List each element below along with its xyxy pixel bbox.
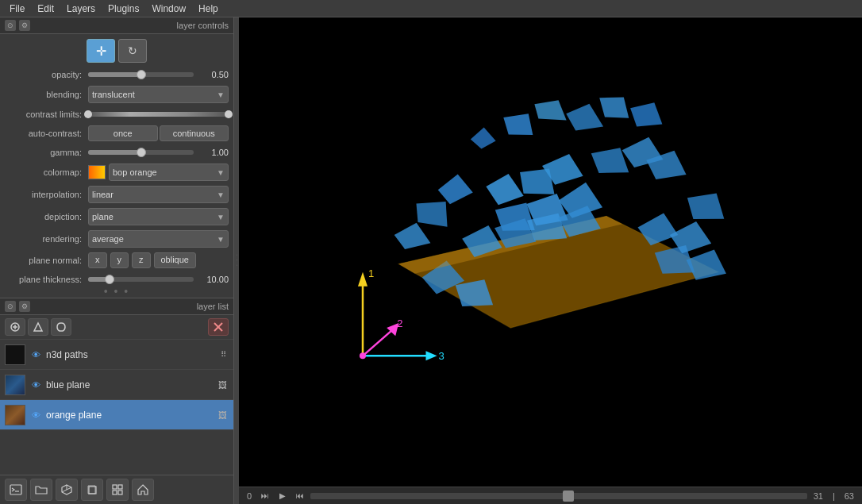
blending-dropdown[interactable]: translucent ▼ [88,86,229,103]
list-header-icons: ⊙ ⚙ [5,301,30,312]
plane-x-button[interactable]: x [88,252,107,268]
list-settings-icon[interactable]: ⚙ [19,301,30,312]
chevron-down-icon: ▼ [217,190,225,199]
rendering-label: rendering: [5,234,88,244]
layer-list-header: ⊙ ⚙ layer list [0,298,233,315]
auto-contrast-row: auto-contrast: once continuous [0,123,233,144]
plane-normal-group: x y z oblique [88,252,229,268]
colormap-preview [88,165,106,179]
layer-visibility-toggle[interactable]: 👁 [29,378,43,392]
contrast-right-thumb[interactable] [225,110,233,118]
layer-name: orange plane [46,410,216,421]
layer-name: n3d paths [46,349,217,360]
more-dots[interactable]: • • • [104,285,129,298]
layer-controls: ⊙ ⚙ layer controls ✛ ↻ opacity: 0.50 [0,17,233,298]
layer-name: blue plane [46,379,216,391]
playback-bar: 0 ⏭ ▶ ⏮ 31 | 63 [239,487,862,504]
svg-marker-16 [138,485,148,494]
layer-item[interactable]: 👁 blue plane 🖼 [0,370,233,400]
viewport[interactable]: 1 2 3 [239,17,862,487]
menu-edit[interactable]: Edit [31,2,60,16]
add-labels-button[interactable] [51,318,71,336]
transform-row: ✛ ↻ [0,34,233,66]
rendering-dropdown[interactable]: average ▼ [88,230,229,248]
colormap-dropdown[interactable]: bop orange ▼ [109,164,229,181]
layer-item[interactable]: 👁 orange plane 🖼 [0,400,233,430]
plane-thickness-label: plane thickness: [5,275,88,284]
skip-end-button[interactable]: ⏭ [258,489,272,503]
contrast-slider[interactable] [88,112,229,117]
interpolation-dropdown[interactable]: linear ▼ [88,186,229,203]
svg-rect-12 [113,485,117,489]
settings-icon[interactable]: ⚙ [19,20,30,31]
frame-start: 0 [244,491,255,501]
continuous-button[interactable]: continuous [160,125,229,141]
list-collapse-icon[interactable]: ⊙ [5,301,16,312]
add-points-button[interactable] [5,318,25,336]
grid-button[interactable] [106,479,129,501]
svg-text:1: 1 [368,267,374,279]
plane-oblique-button[interactable]: oblique [154,252,196,268]
opacity-slider[interactable] [88,72,194,77]
terminal-button[interactable] [5,479,27,501]
collapse-icon[interactable]: ⊙ [5,20,16,31]
plane-normal-label: plane normal: [5,256,88,265]
menu-layers[interactable]: Layers [60,2,102,16]
main-layout: ⊙ ⚙ layer controls ✛ ↻ opacity: 0.50 [0,17,862,504]
menu-window[interactable]: Window [145,2,192,16]
menu-help[interactable]: Help [192,2,225,16]
play-button[interactable]: ▶ [275,489,290,503]
depiction-row: depiction: plane ▼ [0,206,233,228]
interpolation-label: interpolation: [5,190,88,199]
frame-separator: | [829,491,838,501]
gamma-row: gamma: 1.00 [0,144,233,161]
svg-text:2: 2 [397,317,402,329]
progress-thumb[interactable] [563,491,574,502]
layer-visibility-toggle[interactable]: 👁 [29,348,43,362]
layer-visibility-toggle[interactable]: 👁 [29,408,43,422]
svg-line-9 [62,490,67,492]
contrast-label: contrast limits: [5,110,88,119]
colormap-row: colormap: bop orange ▼ [0,161,233,183]
chevron-down-icon: ▼ [217,213,225,221]
gamma-label: gamma: [5,148,88,157]
frame-total: 63 [841,491,857,501]
skip-start-button[interactable]: ⏮ [293,489,307,503]
left-panel: ⊙ ⚙ layer controls ✛ ↻ opacity: 0.50 [0,17,234,504]
cube-button[interactable] [81,479,103,501]
progress-bar[interactable] [310,493,807,499]
layer-controls-header: ⊙ ⚙ layer controls [0,17,233,34]
plane-normal-row: plane normal: x y z oblique [0,250,233,271]
blending-row: blending: translucent ▼ [0,83,233,106]
3d-cube-button[interactable] [56,479,78,501]
layer-list-section: ⊙ ⚙ layer list [0,298,233,475]
svg-rect-14 [113,491,117,494]
chevron-down-icon: ▼ [217,90,225,99]
depiction-dropdown[interactable]: plane ▼ [88,208,229,225]
plane-y-button[interactable]: y [110,252,129,268]
auto-contrast-group: once continuous [88,125,229,141]
svg-marker-3 [34,323,42,331]
once-button[interactable]: once [88,125,158,141]
rotate-button[interactable]: ↻ [118,39,147,63]
menu-plugins[interactable]: Plugins [102,2,145,16]
folder-button[interactable] [30,479,52,501]
move-button[interactable]: ✛ [87,39,115,63]
plane-z-button[interactable]: z [132,252,151,268]
gamma-value: 1.00 [197,148,229,157]
menu-file[interactable]: File [3,2,31,16]
layer-item[interactable]: 👁 n3d paths ⠿ [0,340,233,370]
bottom-toolbar [0,475,233,504]
contrast-row: contrast limits: [0,106,233,123]
layer-grid-icon[interactable]: ⠿ [217,349,229,360]
contrast-left-thumb[interactable] [84,110,92,118]
plane-thickness-slider[interactable] [88,277,194,282]
canvas-area: 1 2 3 0 ⏭ ▶ ⏮ 31 | 63 [239,17,862,504]
svg-text:3: 3 [439,350,444,362]
gamma-slider[interactable] [88,150,194,155]
opacity-label: opacity: [5,70,88,79]
interpolation-row: interpolation: linear ▼ [0,183,233,206]
home-button[interactable] [132,479,154,501]
add-shapes-button[interactable] [28,318,48,336]
delete-layer-button[interactable] [208,318,229,336]
